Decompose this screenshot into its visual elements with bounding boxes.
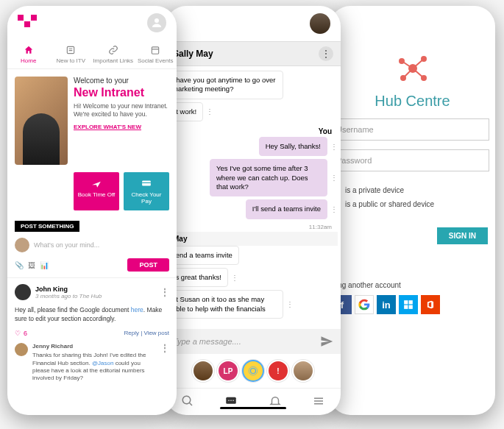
tab-links[interactable]: Important Links bbox=[92, 40, 135, 68]
svg-point-11 bbox=[251, 369, 256, 374]
chat-options-icon[interactable]: ⋮ bbox=[319, 46, 333, 61]
post-button[interactable]: POST bbox=[127, 258, 169, 272]
password-field[interactable]: Password bbox=[330, 149, 489, 171]
svg-line-28 bbox=[413, 59, 424, 68]
explore-link[interactable]: EXPLORE WHAT'S NEW bbox=[74, 124, 141, 130]
heart-icon[interactable]: ♡ bbox=[15, 330, 21, 337]
svg-point-17 bbox=[231, 400, 233, 402]
mention-link[interactable]: @Jason bbox=[92, 360, 113, 366]
phone-chat: Sally May ⋮ , have you got anytime to go… bbox=[166, 6, 341, 415]
group-label: May bbox=[173, 235, 330, 243]
msg-out: Hey Sally, thanks! bbox=[259, 137, 327, 156]
contact-avatar[interactable]: LP bbox=[217, 360, 239, 382]
hero-title: New Intranet bbox=[74, 86, 169, 99]
private-device-radio[interactable]: is a private device bbox=[333, 186, 495, 194]
card-icon bbox=[140, 178, 153, 188]
msg-in: , have you got anytime to go over market… bbox=[166, 71, 283, 99]
signin-button[interactable]: SIGN IN bbox=[437, 227, 488, 244]
contact-avatar[interactable]: ! bbox=[267, 360, 289, 382]
hero-image bbox=[15, 77, 68, 165]
svg-line-29 bbox=[403, 68, 413, 78]
menu-icon[interactable] bbox=[312, 394, 325, 408]
like-count: 6 bbox=[24, 330, 27, 337]
view-post-link[interactable]: View post bbox=[143, 330, 169, 336]
comment-avatar[interactable] bbox=[15, 343, 28, 356]
search-icon[interactable] bbox=[181, 394, 194, 408]
tab-new[interactable]: New to ITV bbox=[50, 40, 93, 68]
svg-point-16 bbox=[229, 400, 230, 402]
sso-linkedin[interactable]: in bbox=[377, 295, 396, 314]
msg-opts-icon[interactable]: ⋮ bbox=[206, 107, 213, 116]
contact-name: Sally May bbox=[173, 49, 319, 59]
image-icon[interactable]: 🖼 bbox=[28, 261, 35, 269]
user-avatar[interactable] bbox=[310, 13, 330, 34]
msg-out: Yes I've got some time after 3 where we … bbox=[210, 159, 327, 196]
hero-welcome: Welcome to your bbox=[74, 77, 169, 85]
svg-point-13 bbox=[182, 396, 191, 404]
phone-login: Hub Centre Username Password is a privat… bbox=[330, 6, 495, 415]
check-pay-button[interactable]: Check Your Pay bbox=[124, 172, 169, 210]
post-author-avatar[interactable] bbox=[15, 284, 31, 300]
contact-avatar[interactable] bbox=[192, 360, 214, 382]
contact-strip: LP ! bbox=[166, 354, 341, 388]
attach-icon[interactable]: 📎 bbox=[15, 261, 24, 269]
you-label: You bbox=[166, 124, 338, 137]
link-icon bbox=[107, 44, 119, 56]
tab-home[interactable]: Home bbox=[7, 40, 50, 68]
tab-bar: Home New to ITV Important Links Social E… bbox=[7, 40, 177, 69]
comment-more-icon[interactable]: ⋮ bbox=[160, 343, 169, 353]
poll-icon[interactable]: 📊 bbox=[40, 261, 49, 269]
post-body: Hey all, please find the Google document… bbox=[15, 306, 169, 324]
svg-rect-32 bbox=[409, 300, 413, 304]
composer-placeholder: What's on your mind... bbox=[34, 241, 99, 249]
bell-icon[interactable] bbox=[269, 394, 282, 408]
hero-card: Welcome to your New Intranet Hi! Welcome… bbox=[15, 77, 169, 165]
send-icon[interactable] bbox=[320, 335, 333, 348]
svg-line-14 bbox=[189, 403, 192, 405]
chat-icon[interactable] bbox=[224, 394, 238, 408]
tab-events[interactable]: Social Events bbox=[135, 40, 177, 68]
contact-avatar[interactable] bbox=[292, 360, 314, 382]
action-label: Check Your Pay bbox=[132, 191, 162, 205]
svg-line-30 bbox=[413, 68, 424, 78]
hero-subtitle: Hi! Welcome to your new Intranet. We're … bbox=[74, 102, 169, 118]
svg-rect-10 bbox=[142, 182, 151, 183]
sso-google[interactable] bbox=[355, 295, 374, 314]
reply-link[interactable]: Reply bbox=[124, 330, 138, 336]
post-author-name: John King bbox=[35, 286, 102, 293]
calendar-icon bbox=[149, 44, 161, 56]
composer-avatar bbox=[15, 238, 29, 252]
msg-opts-icon[interactable]: ⋮ bbox=[330, 174, 338, 182]
svg-point-12 bbox=[249, 366, 258, 375]
input-placeholder: Type a message.... bbox=[173, 337, 320, 346]
contact-avatar[interactable] bbox=[242, 360, 264, 382]
msg-opts-icon[interactable]: ⋮ bbox=[330, 143, 338, 151]
phone-intranet: Home New to ITV Important Links Social E… bbox=[7, 6, 177, 415]
username-field[interactable]: Username bbox=[330, 118, 489, 141]
comment-author: Jenny Richard bbox=[32, 343, 156, 350]
msg-opts-icon[interactable]: ⋮ bbox=[330, 205, 338, 213]
post-link[interactable]: here bbox=[131, 306, 143, 313]
post-meta: 3 months ago to The Hub bbox=[35, 293, 102, 299]
alt-signin-label: sing another account bbox=[330, 281, 495, 289]
book-time-off-button[interactable]: Book Time Off bbox=[74, 172, 119, 210]
comment: Jenny Richard Thanks for sharing this Jo… bbox=[15, 343, 169, 383]
post-composer[interactable]: What's on your mind... bbox=[15, 238, 169, 252]
svg-rect-31 bbox=[404, 300, 408, 304]
timestamp: 11:32am bbox=[166, 222, 338, 232]
user-avatar[interactable] bbox=[147, 13, 166, 32]
svg-rect-0 bbox=[18, 15, 24, 21]
action-label: Book Time Off bbox=[78, 191, 116, 198]
action-row: Book Time Off Check Your Pay bbox=[74, 172, 169, 210]
tab-label: New to ITV bbox=[56, 57, 85, 64]
public-device-radio[interactable]: is a public or shared device bbox=[333, 200, 495, 208]
message-input[interactable]: Type a message.... bbox=[166, 329, 341, 354]
tab-label: Important Links bbox=[93, 57, 133, 64]
newspaper-icon bbox=[65, 44, 77, 56]
sso-microsoft[interactable] bbox=[399, 295, 418, 314]
sso-office[interactable] bbox=[421, 295, 440, 314]
msg-opts-icon[interactable]: ⋮ bbox=[231, 274, 238, 282]
msg-opts-icon[interactable]: ⋮ bbox=[286, 300, 294, 308]
chat-header: Sally May ⋮ bbox=[166, 41, 341, 66]
post-more-icon[interactable]: ⋮ bbox=[160, 287, 169, 297]
